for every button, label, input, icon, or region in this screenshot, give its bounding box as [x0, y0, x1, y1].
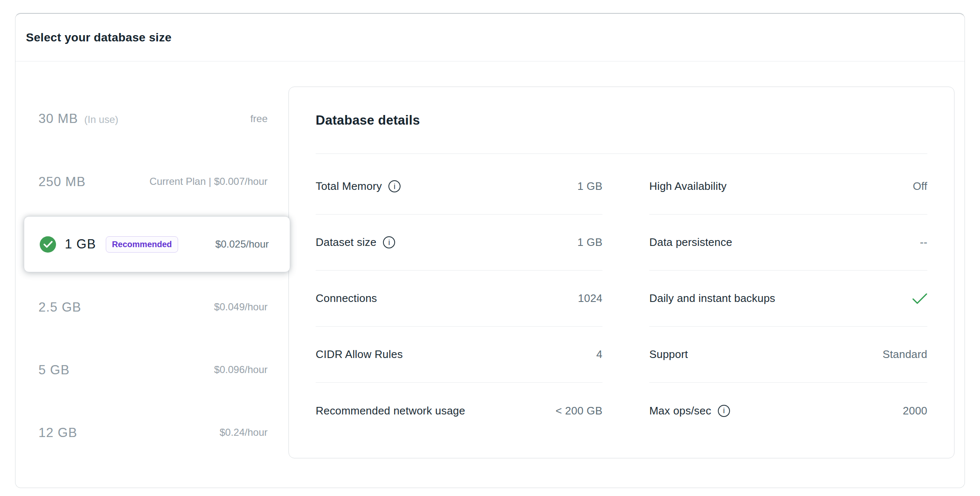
- card-header: Select your database size: [15, 14, 965, 61]
- detail-row-total-memory: Total Memory i 1 GB: [316, 159, 602, 215]
- plan-list: 30 MB (In use) free 250 MB Current Plan …: [15, 87, 288, 464]
- info-icon-glyph: i: [388, 239, 390, 246]
- detail-label: Dataset size i: [316, 236, 395, 249]
- detail-label-text: Data persistence: [649, 236, 732, 249]
- detail-label-text: Max ops/sec: [649, 404, 711, 417]
- plan-item-30mb[interactable]: 30 MB (In use) free: [15, 87, 288, 150]
- database-details-panel: Database details Total Memory i 1 GB Dat…: [288, 87, 954, 458]
- detail-label-text: Recommended network usage: [316, 404, 465, 417]
- plan-item-250mb[interactable]: 250 MB Current Plan | $0.007/hour: [15, 150, 288, 213]
- detail-value: --: [920, 236, 927, 249]
- detail-label-text: Daily and instant backups: [649, 292, 775, 305]
- plan-main: 12 GB: [38, 426, 77, 439]
- selected-check-icon: [40, 236, 56, 253]
- detail-value: 1 GB: [577, 236, 602, 249]
- plan-price: $0.24/hour: [219, 427, 268, 438]
- plan-size-label: 250 MB: [38, 175, 86, 188]
- plan-main: 30 MB (In use): [38, 112, 118, 125]
- detail-value: 4: [596, 348, 602, 361]
- detail-value: 1024: [578, 292, 602, 305]
- plan-size-label: 2.5 GB: [38, 301, 82, 314]
- detail-label: Connections: [316, 292, 377, 305]
- detail-value: 1 GB: [577, 180, 602, 193]
- plan-price: $0.049/hour: [214, 301, 268, 313]
- detail-row-data-persistence: Data persistence --: [649, 215, 927, 271]
- plan-price: $0.025/hour: [215, 238, 269, 250]
- info-icon[interactable]: i: [718, 405, 730, 417]
- detail-label: Daily and instant backups: [649, 292, 775, 305]
- detail-label-text: Total Memory: [316, 180, 382, 193]
- plan-price: free: [250, 113, 268, 125]
- plan-main: 250 MB: [38, 175, 86, 188]
- details-right-column: High Availability Off Data persistence -…: [649, 159, 927, 439]
- detail-label: Data persistence: [649, 236, 732, 249]
- info-icon-glyph: i: [394, 183, 396, 190]
- details-column-gap: [602, 159, 649, 439]
- plan-item-12gb[interactable]: 12 GB $0.24/hour: [15, 401, 288, 464]
- plan-price: $0.096/hour: [214, 364, 268, 376]
- detail-row-cidr-allow-rules: CIDR Allow Rules 4: [316, 327, 602, 383]
- details-grid: Total Memory i 1 GB Dataset size i 1 GB …: [316, 154, 927, 439]
- plan-size-label: 5 GB: [38, 363, 70, 376]
- detail-row-connections: Connections 1024: [316, 271, 602, 327]
- details-title: Database details: [316, 113, 927, 128]
- detail-label: CIDR Allow Rules: [316, 348, 403, 361]
- detail-label-text: Support: [649, 348, 688, 361]
- plan-in-use-note: (In use): [84, 114, 118, 125]
- detail-label: Recommended network usage: [316, 404, 465, 417]
- plan-item-1gb-selected[interactable]: 1 GB Recommended $0.025/hour: [24, 216, 290, 272]
- plan-main: 5 GB: [38, 363, 70, 376]
- plan-size-label: 30 MB: [38, 112, 78, 125]
- detail-row-dataset-size: Dataset size i 1 GB: [316, 215, 602, 271]
- detail-label-text: Dataset size: [316, 236, 376, 249]
- plan-main: 2.5 GB: [38, 301, 82, 314]
- detail-value: Standard: [883, 348, 927, 361]
- detail-row-max-ops: Max ops/sec i 2000: [649, 383, 927, 439]
- detail-row-high-availability: High Availability Off: [649, 159, 927, 215]
- info-icon[interactable]: i: [383, 236, 395, 248]
- page-title: Select your database size: [26, 31, 171, 44]
- detail-value: < 200 GB: [556, 404, 602, 417]
- plan-size-label: 1 GB: [65, 237, 96, 252]
- plan-size-label: 12 GB: [38, 426, 77, 439]
- plan-item-5gb[interactable]: 5 GB $0.096/hour: [15, 338, 288, 401]
- details-left-column: Total Memory i 1 GB Dataset size i 1 GB …: [316, 159, 602, 439]
- backups-check-icon: [912, 293, 927, 304]
- detail-label-text: CIDR Allow Rules: [316, 348, 403, 361]
- recommended-badge: Recommended: [106, 236, 178, 253]
- detail-row-support: Support Standard: [649, 327, 927, 383]
- detail-label-text: Connections: [316, 292, 377, 305]
- detail-label: Support: [649, 348, 688, 361]
- detail-value: Off: [913, 180, 927, 193]
- plan-price: Current Plan | $0.007/hour: [150, 176, 268, 187]
- detail-row-backups: Daily and instant backups: [649, 271, 927, 327]
- detail-value: 2000: [903, 404, 927, 417]
- detail-label-text: High Availability: [649, 180, 727, 193]
- detail-label: Total Memory i: [316, 180, 401, 193]
- detail-label: Max ops/sec i: [649, 404, 730, 417]
- detail-row-network-usage: Recommended network usage < 200 GB: [316, 383, 602, 439]
- info-icon-glyph: i: [723, 407, 725, 414]
- detail-label: High Availability: [649, 180, 727, 193]
- plan-item-2-5gb[interactable]: 2.5 GB $0.049/hour: [15, 276, 288, 338]
- info-icon[interactable]: i: [388, 180, 401, 192]
